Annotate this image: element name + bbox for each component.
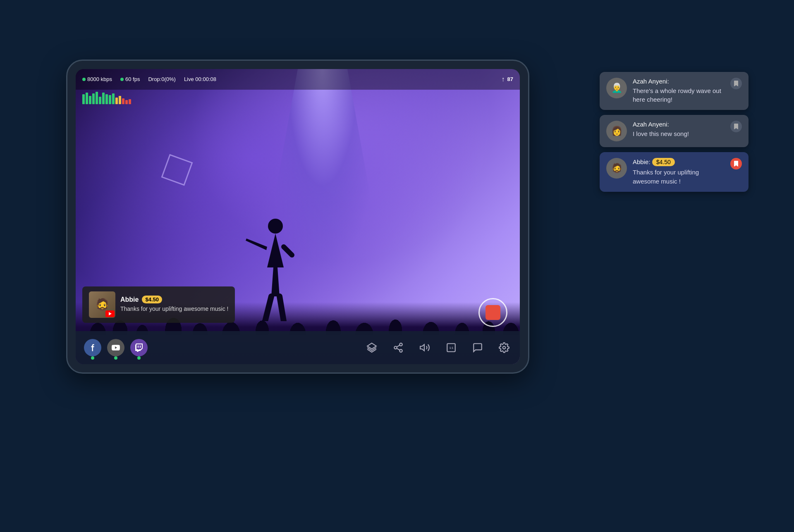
hud-bitrate: 8000 kbps [82, 76, 112, 82]
tablet-screen: 8000 kbps 60 fps Drop:0(0%) Live 00:00:0… [76, 69, 520, 364]
bitrate-label: 8000 kbps [87, 76, 112, 82]
chat-sender-2: Azah Anyeni: [633, 121, 725, 128]
chat-text-area-2: Azah Anyeni: I love this new song! [633, 121, 725, 138]
chat-text-area-1: Azah Anyeni: There's a whole rowdy wave … [633, 78, 725, 105]
settings-icon-button[interactable] [497, 340, 512, 355]
svg-point-3 [394, 346, 397, 349]
superchat-content: Abbie $4.50 Thanks for your uplifting aw… [120, 296, 228, 313]
superchat-avatar: 🧔 [89, 291, 115, 318]
performer-silhouette [242, 214, 309, 323]
svg-marker-7 [420, 344, 424, 351]
aspect-ratio-icon-button[interactable]: 1:1 [444, 340, 459, 355]
superpay-amount-badge: $4.50 [652, 158, 675, 166]
audio-level-bar [115, 98, 118, 104]
chat-message-3-superpay: 🧔 Abbie: $4.50 Thanks for your uplifting… [600, 152, 749, 192]
toolbar: 1:1 [76, 331, 520, 364]
audio-level-bar [89, 96, 91, 104]
youtube-badge-icon [105, 310, 115, 317]
audio-level-bar [96, 92, 98, 104]
chat-message-text-1: There's a whole rowdy wave out here chee… [633, 86, 725, 105]
record-stop-icon [485, 305, 500, 320]
audio-level-bar [122, 98, 124, 104]
superchat-name: Abbie [120, 296, 139, 303]
superchat-header: Abbie $4.50 [120, 296, 228, 303]
audio-level-bar [125, 100, 128, 104]
hud-bar: 8000 kbps 60 fps Drop:0(0%) Live 00:00:0… [76, 69, 520, 90]
svg-point-0 [268, 219, 283, 234]
svg-point-10 [503, 346, 506, 349]
audio-level-bar [102, 93, 105, 104]
tablet-device: 8000 kbps 60 fps Drop:0(0%) Live 00:00:0… [66, 60, 529, 374]
chat-text-area-3: Abbie: $4.50 Thanks for your uplifting a… [633, 158, 725, 186]
superchat-message: Thanks for your uplifting awesome music … [120, 305, 228, 313]
twitch-indicator [137, 356, 141, 360]
svg-point-2 [399, 343, 402, 346]
toolbar-platforms [84, 339, 148, 356]
audio-levels [82, 92, 131, 104]
chat-sender-1: Azah Anyeni: [633, 78, 725, 85]
audio-level-bar [129, 99, 131, 104]
scene: 8000 kbps 60 fps Drop:0(0%) Live 00:00:0… [45, 39, 749, 494]
bookmark-button-2[interactable] [730, 121, 742, 132]
chat-icon-button[interactable] [470, 340, 485, 355]
superchat-amount-badge: $4.50 [142, 296, 162, 303]
svg-line-5 [397, 348, 399, 350]
svg-line-6 [397, 345, 399, 347]
hud-fps: 60 fps [120, 76, 140, 82]
audio-level-bar [82, 94, 85, 104]
youtube-indicator [114, 356, 117, 360]
platform-youtube-button[interactable] [107, 339, 124, 356]
audio-level-bar [99, 97, 101, 104]
chat-avatar-1: 👨‍🦳 [606, 78, 627, 98]
platform-twitch-button[interactable] [130, 339, 148, 356]
chat-avatar-2: 👩 [606, 121, 627, 141]
viewers-count: 87 [507, 76, 513, 82]
bitrate-dot [82, 78, 86, 81]
record-stop-button[interactable] [478, 298, 507, 327]
share-icon-button[interactable] [391, 340, 406, 355]
audio-level-bar [119, 96, 121, 104]
audio-level-bar [92, 93, 95, 104]
chat-sender-3: Abbie: $4.50 [633, 158, 725, 166]
chat-message-2: 👩 Azah Anyeni: I love this new song! [600, 115, 749, 147]
chat-message-text-2: I love this new song! [633, 129, 725, 138]
hud-viewers: ↑ 87 [502, 76, 513, 83]
bookmark-button-3[interactable] [730, 158, 742, 169]
audio-level-bar [105, 94, 108, 104]
facebook-indicator [91, 356, 94, 360]
svg-point-4 [399, 349, 402, 352]
audio-level-bar [86, 93, 88, 104]
audio-level-bar [112, 93, 115, 104]
chat-message-text-3: Thanks for your uplifting awesome music … [633, 168, 725, 186]
chat-notifications-panel: 👨‍🦳 Azah Anyeni: There's a whole rowdy w… [600, 72, 749, 192]
fps-label: 60 fps [125, 76, 140, 82]
drop-label: Drop:0(0%) [148, 76, 175, 82]
fps-dot [120, 78, 124, 81]
hud-drop: Drop:0(0%) [148, 76, 175, 82]
volume-icon-button[interactable] [417, 340, 432, 355]
audio-level-bar [109, 95, 111, 104]
platform-facebook-button[interactable] [84, 339, 101, 356]
superpay-sender-name: Abbie [633, 158, 648, 165]
toolbar-controls: 1:1 [364, 340, 512, 355]
viewers-arrow-icon: ↑ [502, 76, 505, 83]
hud-live: Live 00:00:08 [184, 76, 216, 82]
superchat-overlay: 🧔 Abbie $4.50 Thanks for your uplifting … [82, 286, 235, 323]
floating-cube [161, 154, 193, 186]
svg-text:1:1: 1:1 [450, 346, 454, 349]
bookmark-button-1[interactable] [730, 78, 742, 89]
layers-icon-button[interactable] [364, 340, 379, 355]
chat-message-1: 👨‍🦳 Azah Anyeni: There's a whole rowdy w… [600, 72, 749, 110]
chat-avatar-3: 🧔 [606, 158, 627, 179]
live-label: Live 00:00:08 [184, 76, 216, 82]
